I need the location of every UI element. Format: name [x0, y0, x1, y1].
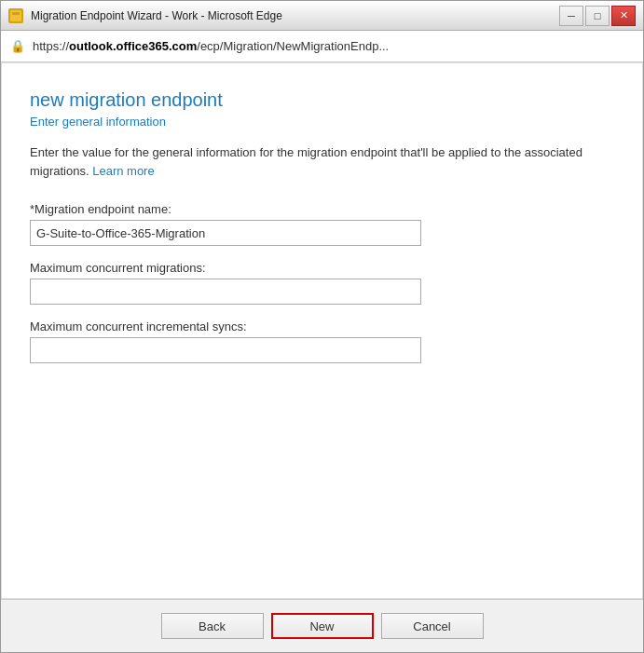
url-path: /ecp/Migration/NewMigrationEndp...: [197, 39, 389, 53]
minimize-button[interactable]: ─: [559, 6, 583, 26]
footer: Back New Cancel: [1, 599, 643, 652]
concurrent-migrations-field: Maximum concurrent migrations:: [30, 261, 614, 305]
url-domain: outlook.office365.com: [69, 39, 197, 53]
form-section: *Migration endpoint name: Maximum concur…: [30, 202, 614, 378]
concurrent-migrations-input[interactable]: [30, 279, 421, 305]
close-button[interactable]: ✕: [611, 6, 636, 26]
window-controls: ─ □ ✕: [559, 6, 636, 26]
page-description: Enter the value for the general informat…: [30, 143, 614, 180]
concurrent-syncs-input[interactable]: [30, 337, 421, 363]
concurrent-migrations-label: Maximum concurrent migrations:: [30, 261, 614, 275]
browser-icon: [8, 8, 23, 23]
window-title: Migration Endpoint Wizard - Work - Micro…: [31, 9, 559, 22]
learn-more-link[interactable]: Learn more: [92, 164, 154, 178]
new-button[interactable]: New: [271, 613, 374, 639]
title-bar: Migration Endpoint Wizard - Work - Micro…: [1, 1, 643, 31]
url-prefix: https://: [33, 39, 69, 53]
lock-icon: 🔒: [10, 39, 25, 53]
endpoint-name-field: *Migration endpoint name:: [30, 202, 614, 246]
page-subtitle: Enter general information: [30, 115, 614, 129]
svg-rect-1: [10, 10, 21, 21]
concurrent-syncs-label: Maximum concurrent incremental syncs:: [30, 320, 614, 333]
endpoint-name-input[interactable]: [30, 220, 421, 246]
address-bar: 🔒 https://outlook.office365.com/ecp/Migr…: [1, 31, 643, 62]
browser-window: Migration Endpoint Wizard - Work - Micro…: [0, 0, 644, 653]
concurrent-syncs-field: Maximum concurrent incremental syncs:: [30, 320, 614, 363]
svg-rect-2: [12, 12, 20, 15]
page-title: new migration endpoint: [30, 89, 614, 111]
url-display: https://outlook.office365.com/ecp/Migrat…: [33, 39, 634, 53]
maximize-button[interactable]: □: [585, 6, 610, 26]
cancel-button[interactable]: Cancel: [381, 613, 484, 639]
back-button[interactable]: Back: [161, 613, 264, 639]
content-area: new migration endpoint Enter general inf…: [1, 62, 643, 599]
endpoint-name-label: *Migration endpoint name:: [30, 202, 614, 216]
page-header: new migration endpoint Enter general inf…: [30, 89, 614, 143]
